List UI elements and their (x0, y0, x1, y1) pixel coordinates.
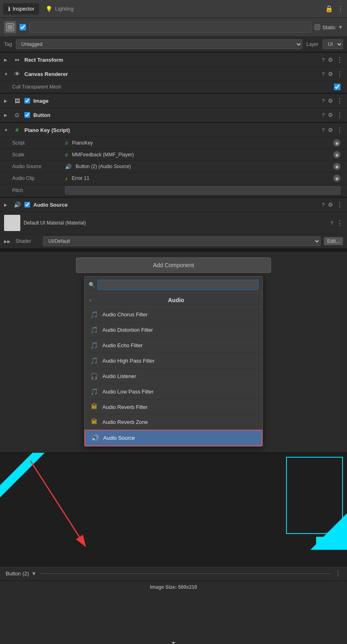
piano-key-expand[interactable] (4, 128, 10, 132)
piano-key-icon: # (13, 126, 21, 134)
button-help[interactable]: ? (322, 112, 325, 118)
list-item[interactable]: 🏛 Audio Reverb Filter (85, 400, 262, 415)
cyan-border-box (286, 457, 343, 534)
lock-icon[interactable]: 🔒 (325, 5, 333, 13)
tab-inspector-label: Inspector (13, 6, 34, 12)
audio-source-ref-btn[interactable]: ◉ (333, 163, 340, 170)
lowpass-icon: 🎵 (90, 388, 98, 395)
material-more[interactable]: ⋮ (336, 219, 343, 227)
audio-source-more[interactable]: ⋮ (336, 201, 343, 209)
button-icon: ⊙ (13, 111, 21, 119)
image-more[interactable]: ⋮ (336, 97, 343, 105)
scale-property-row: Scale # MMFeedback (MMF_Player) ◉ (0, 149, 347, 161)
script-label: Script (12, 140, 65, 146)
audio-clip-icon: ♪ (65, 175, 68, 182)
audio-source-help[interactable]: ? (322, 202, 325, 208)
canvas-renderer-more[interactable]: ⋮ (336, 70, 343, 78)
back-arrow[interactable]: ‹ (89, 297, 91, 303)
audio-source-prop-label: Audio Source (12, 164, 65, 169)
tag-layer-row: Tag Untagged Layer UI (0, 37, 347, 52)
audio-source-settings[interactable]: ⚙ (328, 201, 333, 208)
image-checkbox[interactable] (24, 98, 30, 104)
image-size-footer: Image Size: 500x210 (0, 581, 347, 593)
static-dropdown-arrow[interactable]: ▼ (338, 24, 343, 30)
add-component-button[interactable]: Add Component (76, 257, 271, 273)
tab-inspector[interactable]: ℹ Inspector (3, 3, 39, 15)
image-size-label: Image Size: 500x210 (150, 584, 197, 590)
rect-transform-help[interactable]: ? (322, 57, 325, 63)
piano-key-settings[interactable]: ⚙ (328, 127, 333, 133)
audio-clip-property-row: Audio Clip ♪ Error 11 ◉ (0, 173, 347, 184)
rect-transform-expand[interactable] (4, 58, 10, 62)
button-checkbox[interactable] (24, 112, 30, 118)
object-name-input[interactable]: Button (2) (29, 22, 311, 32)
preview-dropdown-arrow[interactable]: ▼ (31, 571, 37, 577)
image-settings[interactable]: ⚙ (328, 97, 333, 104)
lowpass-label: Audio Low Pass Filter (102, 389, 154, 395)
audio-clip-label: Audio Clip (12, 175, 65, 181)
add-component-section: Add Component 🔍 ‹ Audio 🎵 Audio Chorus F… (0, 252, 347, 452)
search-icon: 🔍 (89, 282, 95, 288)
search-input[interactable] (98, 280, 258, 290)
scale-ref-btn[interactable]: ◉ (333, 151, 340, 158)
list-item[interactable]: 🎧 Audio Listener (85, 369, 262, 384)
preview-more-btn[interactable]: ⋮ (335, 570, 341, 577)
list-item[interactable]: 🎵 Audio Distortion Filter (85, 322, 262, 338)
inner-tri-br2 (316, 537, 328, 549)
piano-key-more[interactable]: ⋮ (336, 126, 343, 134)
list-item[interactable]: 🎵 Audio Chorus Filter (85, 307, 262, 322)
image-name: Image (33, 98, 319, 104)
object-active-checkbox[interactable] (20, 24, 26, 30)
layer-dropdown[interactable]: UI (323, 39, 343, 49)
script-ref-btn[interactable]: ◉ (333, 139, 340, 147)
chorus-icon: 🎵 (90, 311, 98, 318)
cull-transparent-row: Cull Transparent Mesh (0, 81, 347, 93)
audio-source-property-row: Audio Source 🔊 Button (2) (Audio Source)… (0, 161, 347, 173)
audio-clip-ref-btn[interactable]: ◉ (333, 175, 340, 182)
static-checkbox[interactable] (314, 24, 320, 30)
audio-source-checkbox[interactable] (24, 202, 30, 207)
piano-key-help[interactable]: ? (322, 127, 325, 133)
list-item[interactable]: 🎵 Audio Low Pass Filter (85, 384, 262, 400)
material-help[interactable]: ? (330, 220, 333, 226)
echo-icon: 🎵 (90, 341, 98, 349)
canvas-renderer-settings[interactable]: ⚙ (328, 71, 333, 77)
button-expand[interactable] (4, 113, 10, 117)
audio-source-expand[interactable] (4, 203, 10, 207)
pitch-label: Pitch (12, 188, 65, 193)
pitch-input[interactable]: 1.2 (65, 186, 340, 194)
object-icon (4, 21, 16, 33)
inspector-icon: ℹ (8, 6, 10, 12)
list-item[interactable]: 🎵 Audio High Pass Filter (85, 353, 262, 369)
header-menu-icon[interactable]: ⋮ (337, 5, 344, 13)
preview-name-label: Button (2) (6, 571, 29, 577)
canvas-renderer-help[interactable]: ? (322, 71, 325, 77)
preview-separator (41, 573, 331, 574)
image-expand[interactable] (4, 99, 10, 103)
category-title: Audio (95, 297, 258, 303)
rect-transform-name: Rect Transform (24, 57, 319, 63)
rect-transform-settings[interactable]: ⚙ (328, 56, 333, 63)
rect-transform-more[interactable]: ⋮ (336, 56, 343, 64)
audio-source-prop-icon: 🔊 (65, 164, 72, 170)
image-icon: 🖼 (13, 97, 21, 105)
shader-expand[interactable]: ▶ (4, 239, 11, 244)
image-help[interactable]: ? (322, 98, 325, 104)
button-settings[interactable]: ⚙ (328, 112, 333, 118)
component-piano-key: # Piano Key (Script) ? ⚙ ⋮ (0, 123, 347, 137)
list-item[interactable]: 🎵 Audio Echo Filter (85, 338, 262, 353)
button-more[interactable]: ⋮ (336, 111, 343, 119)
audio-source-prop-text: Button (2) (Audio Source) (76, 164, 131, 169)
shader-dropdown[interactable]: UI/Default (43, 236, 321, 246)
shader-edit-btn[interactable]: Edit... (324, 237, 343, 245)
canvas-renderer-expand[interactable] (4, 72, 10, 76)
list-item[interactable]: 🏛 Audio Reverb Zone (85, 415, 262, 430)
reverb-zone-label: Audio Reverb Zone (102, 419, 148, 425)
tag-dropdown[interactable]: Untagged (16, 39, 302, 49)
listener-label: Audio Listener (102, 373, 136, 379)
tab-lighting[interactable]: 💡 Lighting (41, 3, 78, 15)
cull-checkbox[interactable] (334, 84, 340, 90)
header-tabs: ℹ Inspector 💡 Lighting 🔒 ⋮ (0, 0, 347, 18)
pitch-value: 1.2 (65, 186, 340, 194)
audio-source-menu-item[interactable]: 🔊 Audio Source (85, 430, 262, 446)
